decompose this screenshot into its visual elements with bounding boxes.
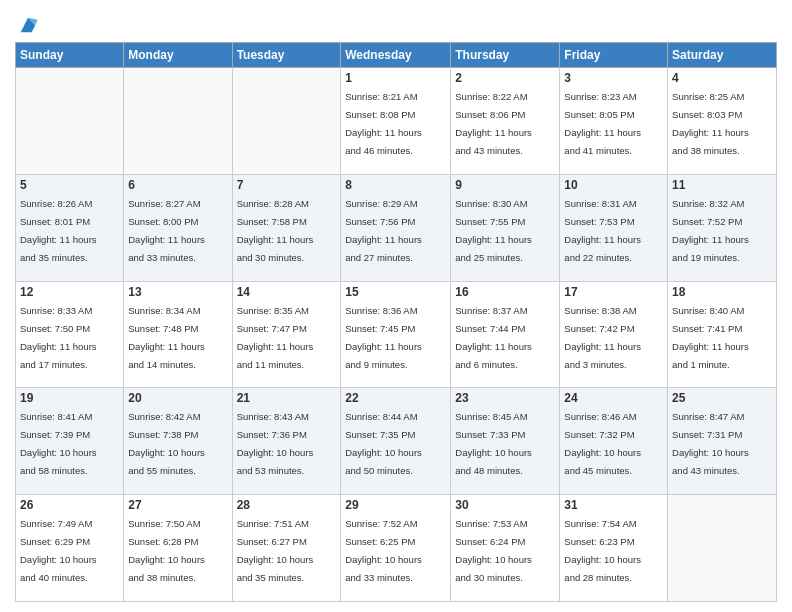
logo-icon [17,14,39,36]
day-info: Sunrise: 8:45 AMSunset: 7:33 PMDaylight:… [455,411,532,476]
day-number: 10 [564,178,663,192]
day-info: Sunrise: 8:31 AMSunset: 7:53 PMDaylight:… [564,198,641,263]
day-number: 11 [672,178,772,192]
day-number: 17 [564,285,663,299]
weekday-header-thursday: Thursday [451,43,560,68]
day-info: Sunrise: 8:44 AMSunset: 7:35 PMDaylight:… [345,411,422,476]
day-info: Sunrise: 8:22 AMSunset: 8:06 PMDaylight:… [455,91,532,156]
day-info: Sunrise: 8:37 AMSunset: 7:44 PMDaylight:… [455,305,532,370]
day-number: 26 [20,498,119,512]
calendar-cell: 15Sunrise: 8:36 AMSunset: 7:45 PMDayligh… [341,281,451,388]
day-number: 25 [672,391,772,405]
day-info: Sunrise: 7:49 AMSunset: 6:29 PMDaylight:… [20,518,97,583]
day-number: 22 [345,391,446,405]
day-info: Sunrise: 7:51 AMSunset: 6:27 PMDaylight:… [237,518,314,583]
day-number: 16 [455,285,555,299]
calendar-cell [668,495,777,602]
day-info: Sunrise: 8:43 AMSunset: 7:36 PMDaylight:… [237,411,314,476]
day-info: Sunrise: 8:46 AMSunset: 7:32 PMDaylight:… [564,411,641,476]
day-number: 2 [455,71,555,85]
day-number: 1 [345,71,446,85]
day-info: Sunrise: 8:35 AMSunset: 7:47 PMDaylight:… [237,305,314,370]
day-info: Sunrise: 7:50 AMSunset: 6:28 PMDaylight:… [128,518,205,583]
day-number: 6 [128,178,227,192]
day-number: 12 [20,285,119,299]
day-info: Sunrise: 8:40 AMSunset: 7:41 PMDaylight:… [672,305,749,370]
day-number: 13 [128,285,227,299]
day-info: Sunrise: 8:38 AMSunset: 7:42 PMDaylight:… [564,305,641,370]
calendar-week-row: 26Sunrise: 7:49 AMSunset: 6:29 PMDayligh… [16,495,777,602]
calendar-cell: 13Sunrise: 8:34 AMSunset: 7:48 PMDayligh… [124,281,232,388]
day-info: Sunrise: 8:29 AMSunset: 7:56 PMDaylight:… [345,198,422,263]
day-number: 28 [237,498,337,512]
calendar-cell: 8Sunrise: 8:29 AMSunset: 7:56 PMDaylight… [341,174,451,281]
calendar-cell: 17Sunrise: 8:38 AMSunset: 7:42 PMDayligh… [560,281,668,388]
day-info: Sunrise: 8:41 AMSunset: 7:39 PMDaylight:… [20,411,97,476]
calendar-cell: 26Sunrise: 7:49 AMSunset: 6:29 PMDayligh… [16,495,124,602]
day-number: 15 [345,285,446,299]
day-info: Sunrise: 8:21 AMSunset: 8:08 PMDaylight:… [345,91,422,156]
calendar-cell: 23Sunrise: 8:45 AMSunset: 7:33 PMDayligh… [451,388,560,495]
day-info: Sunrise: 8:28 AMSunset: 7:58 PMDaylight:… [237,198,314,263]
logo [15,14,39,36]
calendar-cell: 28Sunrise: 7:51 AMSunset: 6:27 PMDayligh… [232,495,341,602]
calendar-cell: 22Sunrise: 8:44 AMSunset: 7:35 PMDayligh… [341,388,451,495]
calendar-cell: 10Sunrise: 8:31 AMSunset: 7:53 PMDayligh… [560,174,668,281]
calendar-cell: 19Sunrise: 8:41 AMSunset: 7:39 PMDayligh… [16,388,124,495]
calendar-cell: 29Sunrise: 7:52 AMSunset: 6:25 PMDayligh… [341,495,451,602]
day-number: 29 [345,498,446,512]
day-info: Sunrise: 8:42 AMSunset: 7:38 PMDaylight:… [128,411,205,476]
weekday-header-tuesday: Tuesday [232,43,341,68]
calendar-cell: 18Sunrise: 8:40 AMSunset: 7:41 PMDayligh… [668,281,777,388]
day-number: 18 [672,285,772,299]
calendar-cell: 14Sunrise: 8:35 AMSunset: 7:47 PMDayligh… [232,281,341,388]
calendar-cell: 30Sunrise: 7:53 AMSunset: 6:24 PMDayligh… [451,495,560,602]
day-number: 19 [20,391,119,405]
page: SundayMondayTuesdayWednesdayThursdayFrid… [0,0,792,612]
day-number: 5 [20,178,119,192]
calendar-week-row: 12Sunrise: 8:33 AMSunset: 7:50 PMDayligh… [16,281,777,388]
calendar-cell: 11Sunrise: 8:32 AMSunset: 7:52 PMDayligh… [668,174,777,281]
calendar-cell: 20Sunrise: 8:42 AMSunset: 7:38 PMDayligh… [124,388,232,495]
calendar-cell: 16Sunrise: 8:37 AMSunset: 7:44 PMDayligh… [451,281,560,388]
header [15,10,777,36]
calendar-cell: 25Sunrise: 8:47 AMSunset: 7:31 PMDayligh… [668,388,777,495]
calendar-table: SundayMondayTuesdayWednesdayThursdayFrid… [15,42,777,602]
day-info: Sunrise: 7:53 AMSunset: 6:24 PMDaylight:… [455,518,532,583]
day-number: 9 [455,178,555,192]
calendar-cell [124,68,232,175]
day-info: Sunrise: 8:25 AMSunset: 8:03 PMDaylight:… [672,91,749,156]
calendar-cell: 12Sunrise: 8:33 AMSunset: 7:50 PMDayligh… [16,281,124,388]
weekday-header-sunday: Sunday [16,43,124,68]
calendar-cell: 24Sunrise: 8:46 AMSunset: 7:32 PMDayligh… [560,388,668,495]
calendar-cell: 9Sunrise: 8:30 AMSunset: 7:55 PMDaylight… [451,174,560,281]
calendar-cell: 31Sunrise: 7:54 AMSunset: 6:23 PMDayligh… [560,495,668,602]
calendar-cell: 2Sunrise: 8:22 AMSunset: 8:06 PMDaylight… [451,68,560,175]
day-info: Sunrise: 8:23 AMSunset: 8:05 PMDaylight:… [564,91,641,156]
day-info: Sunrise: 8:27 AMSunset: 8:00 PMDaylight:… [128,198,205,263]
calendar-week-row: 5Sunrise: 8:26 AMSunset: 8:01 PMDaylight… [16,174,777,281]
weekday-header-friday: Friday [560,43,668,68]
calendar-cell: 4Sunrise: 8:25 AMSunset: 8:03 PMDaylight… [668,68,777,175]
weekday-header-saturday: Saturday [668,43,777,68]
day-number: 24 [564,391,663,405]
day-info: Sunrise: 8:47 AMSunset: 7:31 PMDaylight:… [672,411,749,476]
weekday-header-monday: Monday [124,43,232,68]
day-number: 20 [128,391,227,405]
day-number: 21 [237,391,337,405]
calendar-week-row: 19Sunrise: 8:41 AMSunset: 7:39 PMDayligh… [16,388,777,495]
day-info: Sunrise: 7:52 AMSunset: 6:25 PMDaylight:… [345,518,422,583]
calendar-cell: 7Sunrise: 8:28 AMSunset: 7:58 PMDaylight… [232,174,341,281]
day-info: Sunrise: 7:54 AMSunset: 6:23 PMDaylight:… [564,518,641,583]
calendar-cell: 3Sunrise: 8:23 AMSunset: 8:05 PMDaylight… [560,68,668,175]
weekday-header-row: SundayMondayTuesdayWednesdayThursdayFrid… [16,43,777,68]
day-number: 31 [564,498,663,512]
calendar-cell: 1Sunrise: 8:21 AMSunset: 8:08 PMDaylight… [341,68,451,175]
day-number: 27 [128,498,227,512]
day-number: 8 [345,178,446,192]
calendar-week-row: 1Sunrise: 8:21 AMSunset: 8:08 PMDaylight… [16,68,777,175]
day-number: 7 [237,178,337,192]
day-number: 3 [564,71,663,85]
day-info: Sunrise: 8:33 AMSunset: 7:50 PMDaylight:… [20,305,97,370]
day-number: 14 [237,285,337,299]
